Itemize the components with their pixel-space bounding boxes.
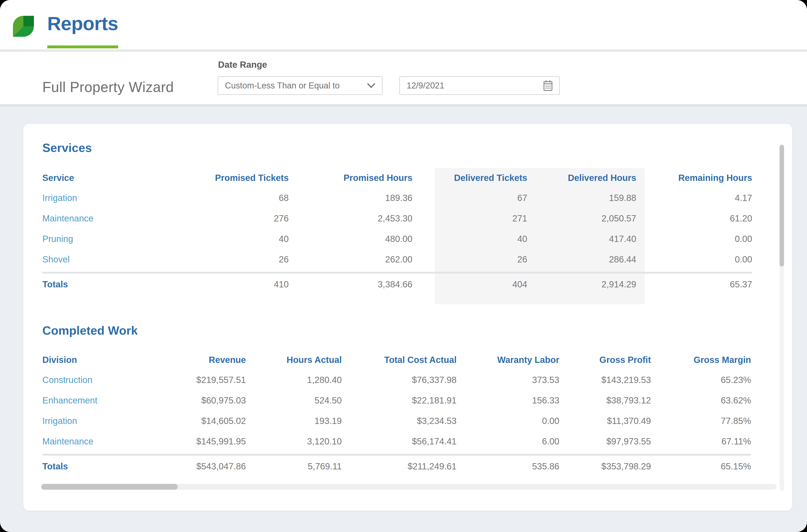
services-table-cell-value: 2,453.30 bbox=[289, 208, 412, 229]
services-table-header-delivered-hours: Delivered Hours bbox=[527, 168, 636, 188]
completed-table-total-value: 5,769.11 bbox=[246, 456, 342, 476]
completed-table-header-waranty-labor: Waranty Labor bbox=[457, 350, 559, 369]
page-title: Reports bbox=[47, 13, 118, 35]
services-table-cell-value: 159.88 bbox=[527, 188, 636, 208]
completed-table-row-link-construction[interactable]: Construction bbox=[42, 369, 176, 390]
completed-table-header-gross-margin: Gross Margin bbox=[651, 350, 751, 369]
top-nav-bar: Reports bbox=[0, 0, 807, 50]
horizontal-scrollbar-track[interactable] bbox=[41, 484, 776, 490]
date-input-value: 12/9/2021 bbox=[407, 81, 444, 91]
report-title: Full Property Wizard bbox=[42, 79, 174, 95]
completed-table-cell-value: 3,120.10 bbox=[246, 431, 342, 452]
date-range-comparison-select[interactable]: Custom-Less Than or Equal to bbox=[218, 76, 383, 95]
services-table-cell-value: 262.00 bbox=[289, 249, 412, 270]
completed-table-header-gross-profit: Gross Profit bbox=[559, 350, 651, 369]
services-table-header-service: Service bbox=[42, 168, 198, 188]
report-toolbar: Full Property Wizard Date Range Custom-L… bbox=[0, 52, 807, 104]
services-table-cell-value: 40 bbox=[412, 229, 527, 249]
completed-table-cell-value: $97,973.55 bbox=[559, 431, 651, 452]
completed-table-row-link-maintenance[interactable]: Maintenance bbox=[42, 431, 176, 452]
completed-table-cell-value: $3,234.53 bbox=[342, 411, 457, 431]
services-table-cell-value: 417.40 bbox=[527, 229, 636, 249]
services-section-title: Services bbox=[42, 141, 92, 155]
completed-table-header-revenue: Revenue bbox=[176, 350, 246, 369]
completed-table-cell-value: 77.85% bbox=[651, 411, 751, 431]
services-table-total-value: 2,914.29 bbox=[527, 274, 636, 294]
date-range-label: Date Range bbox=[218, 60, 267, 70]
calendar-icon[interactable] bbox=[544, 80, 552, 91]
services-table-cell-value: 40 bbox=[198, 229, 289, 249]
completed-table-cell-value: 0.00 bbox=[457, 411, 559, 431]
completed-table-cell-value: $60,975.03 bbox=[176, 390, 246, 411]
services-table-header-promised-hours: Promised Hours bbox=[289, 168, 412, 188]
tab-reports[interactable]: Reports bbox=[47, 0, 118, 47]
services-table-cell-value: 68 bbox=[198, 188, 289, 208]
completed-table-cell-value: $38,793.12 bbox=[559, 390, 651, 411]
completed-table-header-division: Division bbox=[42, 350, 176, 369]
completed-table-cell-value: $22,181.91 bbox=[342, 390, 457, 411]
completed-table-totals-label: Totals bbox=[42, 456, 176, 476]
toolbar-divider bbox=[0, 104, 807, 107]
completed-table-cell-value: $76,337.98 bbox=[342, 369, 457, 390]
services-table-total-value: 410 bbox=[198, 274, 289, 294]
chevron-down-icon bbox=[367, 83, 375, 88]
horizontal-scrollbar-thumb[interactable] bbox=[41, 484, 178, 490]
completed-table-cell-value: 6.00 bbox=[457, 431, 559, 452]
completed-table-cell-value: $56,174.41 bbox=[342, 431, 457, 452]
completed-table-total-value: $211,249.61 bbox=[342, 456, 457, 476]
app-window: Reports Full Property Wizard Date Range … bbox=[0, 0, 807, 532]
completed-table-total-value: $353,798.29 bbox=[559, 456, 651, 476]
services-table-cell-value: 276 bbox=[198, 208, 289, 229]
completed-table-cell-value: $14,605.02 bbox=[176, 411, 246, 431]
vertical-scrollbar-thumb[interactable] bbox=[780, 145, 784, 266]
services-table-total-value: 3,384.66 bbox=[289, 274, 412, 294]
completed-table-cell-value: 1,280.40 bbox=[246, 369, 342, 390]
completed-table-cell-value: 65.23% bbox=[651, 369, 751, 390]
completed-table-cell-value: $11,370.49 bbox=[559, 411, 651, 431]
date-input[interactable]: 12/9/2021 bbox=[399, 76, 560, 95]
services-table-cell-value: 0.00 bbox=[636, 249, 752, 270]
completed-table-cell-value: $143,219.53 bbox=[559, 369, 651, 390]
completed-table-cell-value: 63.62% bbox=[651, 390, 751, 411]
services-table-cell-value: 0.00 bbox=[636, 229, 752, 249]
date-range-comparison-value: Custom-Less Than or Equal to bbox=[225, 81, 340, 91]
header-divider bbox=[0, 50, 807, 52]
services-table-totals-label: Totals bbox=[42, 274, 198, 294]
services-table-cell-value: 4.17 bbox=[636, 188, 752, 208]
completed-table-cell-value: 373.53 bbox=[457, 369, 559, 390]
completed-table-header-total-cost-actual: Total Cost Actual bbox=[342, 350, 457, 369]
completed-table-cell-value: $145,991.95 bbox=[176, 431, 246, 452]
completed-table-total-value: 65.15% bbox=[651, 456, 751, 476]
services-table-cell-value: 480.00 bbox=[289, 229, 412, 249]
services-table-header-promised-tickets: Promised Tickets bbox=[198, 168, 289, 188]
services-table-row-link-irrigation[interactable]: Irrigation bbox=[42, 188, 198, 208]
completed-table-row-link-enhancement[interactable]: Enhancement bbox=[42, 390, 176, 411]
report-card: Services ServicePromised TicketsPromised… bbox=[23, 124, 792, 511]
completed-table-total-value: $543,047.86 bbox=[176, 456, 246, 476]
services-table-row-link-shovel[interactable]: Shovel bbox=[42, 249, 198, 270]
completed-table-row-link-irrigation[interactable]: Irrigation bbox=[42, 411, 176, 431]
completed-table-cell-value: 524.50 bbox=[246, 390, 342, 411]
completed-work-table: DivisionRevenueHours ActualTotal Cost Ac… bbox=[42, 350, 751, 476]
services-table-cell-value: 189.36 bbox=[289, 188, 412, 208]
services-table: ServicePromised TicketsPromised HoursDel… bbox=[42, 168, 752, 294]
services-table-total-value: 65.37 bbox=[636, 274, 752, 294]
services-table-header-remaining-hours: Remaining Hours bbox=[636, 168, 752, 188]
completed-work-section-title: Completed Work bbox=[42, 323, 138, 337]
completed-table-totals-divider bbox=[42, 454, 751, 456]
services-table-cell-value: 271 bbox=[412, 208, 527, 229]
services-table-cell-value: 2,050.57 bbox=[527, 208, 636, 229]
services-table-cell-value: 61.20 bbox=[636, 208, 752, 229]
sprout-leaf-logo-icon bbox=[13, 16, 34, 37]
services-table-cell-value: 286.44 bbox=[527, 249, 636, 270]
vertical-scrollbar-track[interactable] bbox=[780, 145, 784, 491]
services-table-row-link-pruning[interactable]: Pruning bbox=[42, 229, 198, 249]
completed-table-total-value: 535.86 bbox=[457, 456, 559, 476]
services-table-row-link-maintenance[interactable]: Maintenance bbox=[42, 208, 198, 229]
completed-table-cell-value: 67.11% bbox=[651, 431, 751, 452]
services-table-cell-value: 26 bbox=[412, 249, 527, 270]
completed-table-header-hours-actual: Hours Actual bbox=[246, 350, 342, 369]
services-table-totals-divider bbox=[42, 272, 752, 273]
completed-table-cell-value: 156.33 bbox=[457, 390, 559, 411]
services-table-cell-value: 26 bbox=[198, 249, 289, 270]
